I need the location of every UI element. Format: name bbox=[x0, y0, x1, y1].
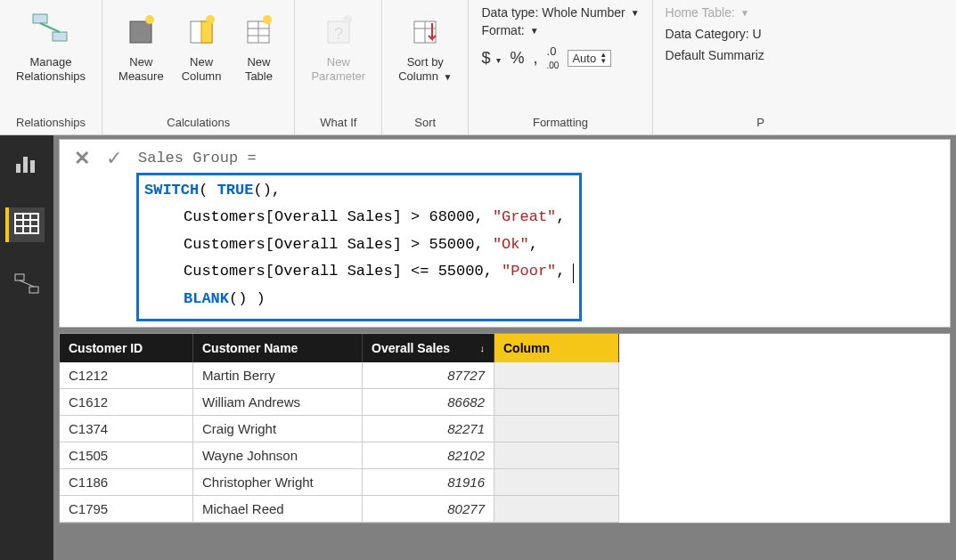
cell-column bbox=[494, 469, 619, 496]
decimal-places-spinner[interactable]: Auto ▲▼ bbox=[568, 50, 611, 67]
currency-button[interactable]: $ ▾ bbox=[481, 49, 501, 68]
svg-point-15 bbox=[343, 15, 352, 24]
comma-button[interactable]: , bbox=[534, 49, 538, 68]
ribbon: Manage Relationships Relationships New M… bbox=[0, 0, 956, 135]
cell-sales: 80277 bbox=[363, 496, 494, 523]
cell-name: Martin Berry bbox=[193, 362, 363, 389]
cell-id: C1212 bbox=[60, 362, 193, 389]
header-overall-sales[interactable]: Overall Sales↓ bbox=[363, 334, 494, 362]
svg-line-29 bbox=[20, 280, 34, 287]
formula-line-1: Sales Group = bbox=[136, 145, 944, 173]
manage-relationships-button[interactable]: Manage Relationships bbox=[9, 4, 93, 86]
cell-sales: 81916 bbox=[363, 469, 494, 496]
cell-id: C1612 bbox=[60, 389, 193, 416]
data-grid: Customer ID Customer Name Overall Sales↓… bbox=[59, 333, 951, 523]
cell-column bbox=[494, 442, 619, 469]
group-formatting: Data type: Whole Number ▼ Format: ▼ $ ▾ … bbox=[469, 0, 652, 134]
parameter-icon: ? bbox=[321, 7, 356, 53]
cell-column bbox=[494, 496, 619, 523]
decimals-button[interactable]: .0.00 bbox=[547, 45, 560, 71]
cell-name: William Andrews bbox=[193, 389, 363, 416]
formula-highlight: SWITCH( TRUE(), Customers[Overall Sales]… bbox=[136, 173, 582, 321]
cell-name: Michael Reed bbox=[193, 496, 363, 523]
cell-sales: 82102 bbox=[363, 442, 494, 469]
report-view-icon[interactable] bbox=[14, 151, 39, 177]
svg-line-2 bbox=[40, 23, 60, 32]
commit-formula-button[interactable]: ✓ bbox=[106, 147, 122, 170]
cell-sales: 86682 bbox=[363, 389, 494, 416]
svg-rect-1 bbox=[53, 32, 67, 41]
sort-icon bbox=[407, 7, 443, 53]
cell-name: Christopher Wright bbox=[193, 469, 363, 496]
spinner-arrows: ▲▼ bbox=[600, 52, 607, 64]
chevron-down-icon: ▾ bbox=[496, 55, 501, 65]
svg-rect-6 bbox=[201, 21, 212, 43]
cell-column bbox=[494, 389, 619, 416]
percent-button[interactable]: % bbox=[510, 49, 524, 68]
svg-rect-19 bbox=[16, 164, 20, 173]
group-properties: Home Table:▼ Data Category: U Default Su… bbox=[653, 0, 764, 134]
header-customer-name[interactable]: Customer Name bbox=[193, 334, 363, 362]
group-whatif-label: What If bbox=[304, 114, 372, 133]
group-formatting-label: Formatting bbox=[481, 114, 639, 133]
new-parameter-button: ? New Parameter bbox=[304, 4, 372, 86]
svg-point-12 bbox=[263, 15, 272, 24]
data-category-dropdown[interactable]: Data Category: U bbox=[666, 27, 764, 41]
group-properties-label: P bbox=[666, 114, 764, 133]
cell-column bbox=[494, 416, 619, 442]
header-column[interactable]: Column bbox=[494, 334, 619, 362]
svg-rect-27 bbox=[15, 274, 24, 280]
column-icon bbox=[184, 7, 219, 53]
table-icon bbox=[241, 7, 276, 53]
view-rail bbox=[0, 135, 53, 560]
sort-desc-icon: ↓ bbox=[480, 343, 486, 353]
cell-sales: 87727 bbox=[363, 362, 494, 389]
manage-relationships-label: Manage Relationships bbox=[16, 55, 86, 83]
cell-id: C1186 bbox=[60, 469, 193, 496]
svg-point-7 bbox=[206, 15, 215, 24]
table-row[interactable]: C1212Martin Berry87727 bbox=[60, 362, 950, 389]
sort-by-column-button[interactable]: Sort by Column ▼ bbox=[391, 4, 459, 86]
cell-name: Craig Wright bbox=[193, 416, 363, 442]
data-type-dropdown[interactable]: Data type: Whole Number ▼ bbox=[481, 5, 639, 20]
formula-editor[interactable]: Sales Group = SWITCH( TRUE(), Customers[… bbox=[136, 142, 950, 325]
new-measure-button[interactable]: New Measure bbox=[111, 4, 171, 86]
new-table-button[interactable]: New Table bbox=[232, 4, 285, 86]
header-customer-id[interactable]: Customer ID bbox=[60, 334, 193, 362]
model-view-icon[interactable] bbox=[13, 272, 40, 298]
cell-id: C1795 bbox=[60, 496, 193, 523]
text-cursor bbox=[573, 264, 574, 283]
svg-rect-0 bbox=[33, 14, 47, 23]
group-sort-label: Sort bbox=[391, 114, 459, 133]
group-calculations-label: Calculations bbox=[111, 114, 285, 133]
group-whatif: ? New Parameter What If bbox=[295, 0, 382, 134]
new-column-button[interactable]: New Column bbox=[175, 4, 229, 86]
table-row[interactable]: C1505Wayne Johnson82102 bbox=[60, 442, 950, 469]
formula-bar: ✕ ✓ Sales Group = SWITCH( TRUE(), Custom… bbox=[59, 139, 951, 328]
svg-rect-22 bbox=[15, 214, 38, 233]
group-relationships-label: Relationships bbox=[9, 114, 93, 133]
group-sort: Sort by Column ▼ Sort bbox=[382, 0, 469, 134]
cancel-formula-button[interactable]: ✕ bbox=[74, 147, 90, 170]
cell-column bbox=[494, 362, 619, 389]
table-row[interactable]: C1612William Andrews86682 bbox=[60, 389, 950, 416]
home-table-dropdown[interactable]: Home Table:▼ bbox=[666, 5, 764, 20]
format-dropdown[interactable]: Format: ▼ bbox=[481, 23, 639, 37]
chevron-down-icon: ▼ bbox=[444, 72, 453, 82]
table-row[interactable]: C1186Christopher Wright81916 bbox=[60, 469, 950, 496]
svg-rect-21 bbox=[30, 160, 35, 173]
default-summarization-dropdown[interactable]: Default Summariz bbox=[666, 48, 764, 62]
svg-text:?: ? bbox=[334, 25, 343, 43]
svg-rect-3 bbox=[130, 21, 151, 43]
cell-sales: 82271 bbox=[363, 416, 494, 442]
table-row[interactable]: C1795Michael Reed80277 bbox=[60, 496, 950, 523]
table-row[interactable]: C1374Craig Wright82271 bbox=[60, 416, 950, 442]
grid-header-row: Customer ID Customer Name Overall Sales↓… bbox=[60, 334, 950, 362]
cell-id: C1505 bbox=[60, 442, 193, 469]
svg-rect-28 bbox=[29, 287, 38, 293]
cell-name: Wayne Johnson bbox=[193, 442, 363, 469]
measure-icon bbox=[123, 7, 159, 53]
chevron-down-icon: ▼ bbox=[631, 8, 640, 18]
group-relationships: Manage Relationships Relationships bbox=[0, 0, 102, 134]
data-view-icon[interactable] bbox=[5, 207, 45, 242]
